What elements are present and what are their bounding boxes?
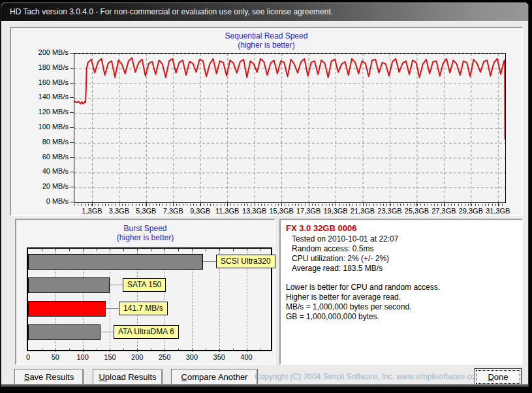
y-axis-tick [70,83,74,84]
done-mnemonic: D [488,372,493,382]
y-axis-tick [70,53,74,54]
burst-bottom-tick [55,349,56,352]
burst-bottom-tick [260,349,260,351]
burst-top-tick [137,249,138,251]
x-axis-tick [92,203,93,206]
x-axis-tick [309,203,309,206]
y-axis-tick [70,142,74,143]
bar-label-connector [101,332,114,332]
copyright-text: Copyright (C) 2004 Simpli Software, Inc.… [255,372,470,381]
burst-top-tick [247,249,247,251]
burst-bottom-tick [233,349,234,351]
sequential-read-panel: Sequential Read Speed (higher is better)… [10,27,523,216]
burst-top-tick [110,249,110,251]
burst-axis-label: 400 [234,353,260,361]
upload-mnemonic: U [99,372,104,382]
y-axis-tick [70,157,74,158]
burst-bottom-tick [247,349,247,352]
burst-top-tick [178,249,179,251]
x-axis-tick [146,203,147,206]
burst-top-tick [219,249,220,251]
burst-bar [28,301,106,317]
bar-label-connector [203,261,216,262]
x-axis-tick [119,203,119,206]
burst-bottom-tick [219,349,220,352]
burst-top-tick [164,249,165,251]
x-axis-tick [173,203,174,206]
sequential-chart-subtitle: (higher is better) [11,40,522,50]
bar-label-tag: SATA 150 [123,278,166,292]
y-axis-tick [70,202,74,202]
client-area: Sequential Read Speed (higher is better)… [3,21,526,384]
bar-label-connector [106,308,119,309]
burst-axis-label: 250 [151,353,178,361]
y-axis-label: 200 MB/s [12,48,69,56]
burst-bottom-tick [97,349,97,351]
bar-label-connector [110,285,123,285]
drive-name: FX 3.0 32GB 0006 [286,223,516,233]
y-axis-label: 20 MB/s [12,182,69,190]
x-axis-tick [200,203,201,206]
burst-top-tick [206,249,206,251]
bar-label-tag: ATA UltraDMA 6 [114,325,179,339]
burst-axis-label: 100 [70,353,96,361]
burst-top-tick [83,249,84,251]
x-axis-minor-ticks [74,204,505,206]
note-line: Higher is better for average read. [286,292,516,302]
bar-label-tag: SCSI Ultra320 [216,255,275,268]
burst-bottom-tick [123,349,124,351]
x-axis-label: 31,3GB [478,207,518,215]
y-axis-tick [70,187,74,187]
sequential-plot [74,53,506,203]
burst-bar [28,254,203,270]
burst-bottom-tick [192,349,193,352]
average-read-line: Average read: 183.5 MB/s [286,264,516,274]
sequential-svg [74,54,505,202]
window-bottom-edge [1,384,528,386]
x-axis-tick [416,203,417,206]
y-axis-label: 40 MB/s [12,167,69,175]
burst-bar [28,277,110,293]
burst-top-tick [123,249,124,251]
y-axis-label: 60 MB/s [12,153,69,161]
burst-bar [28,324,101,340]
burst-bottom-tick [206,349,206,351]
burst-bottom-tick [151,349,151,351]
burst-bottom-tick [69,349,70,351]
x-axis-tick [281,203,282,206]
y-axis-tick [70,112,74,113]
done-label: one [494,372,509,382]
y-axis-label: 160 MB/s [12,78,69,86]
y-axis-label: 80 MB/s [12,138,69,146]
burst-bottom-tick [110,349,110,352]
x-axis-tick [471,203,471,206]
cpu-utilization-line: CPU utilization: 2% (+/- 2%) [286,254,516,264]
done-button[interactable]: Done [474,368,522,386]
burst-bottom-tick [42,349,42,351]
burst-top-tick [233,249,234,251]
save-label: ave Results [29,372,74,382]
y-axis-tick [70,97,74,98]
note-line: MB/s = 1,000,000 bytes per second. [286,302,516,312]
titlebar[interactable]: HD Tach version 3.0.4.0 - For non-commer… [1,3,528,21]
burst-bottom-tick [137,349,138,352]
burst-top-tick [151,249,151,251]
hdtach-window: HD Tach version 3.0.4.0 - For non-commer… [1,2,529,387]
burst-top-tick [97,249,97,251]
burst-chart-subtitle: (higher is better) [16,233,274,242]
burst-axis-label: 150 [97,353,123,361]
random-access-line: Random access: 0.5ms [286,244,516,254]
x-axis-tick [363,203,364,206]
bar-label-tag: 141.7 MB/s [119,302,168,315]
compare-mnemonic: C [181,372,187,382]
x-axis-tick [498,203,499,206]
tested-on-line: Tested on 2010-10-01 at 22:07 [286,234,516,244]
y-axis-label: 180 MB/s [12,63,69,71]
x-axis-tick [336,203,336,206]
burst-axis-label: 300 [179,353,205,361]
burst-top-tick [260,249,260,251]
upload-label: pload Results [105,372,157,382]
burst-axis-label: 50 [42,353,69,361]
window-title: HD Tach version 3.0.4.0 - For non-commer… [10,7,333,16]
burst-speed-panel: Burst Speed (higher is better) SCSI Ultr… [15,219,275,365]
